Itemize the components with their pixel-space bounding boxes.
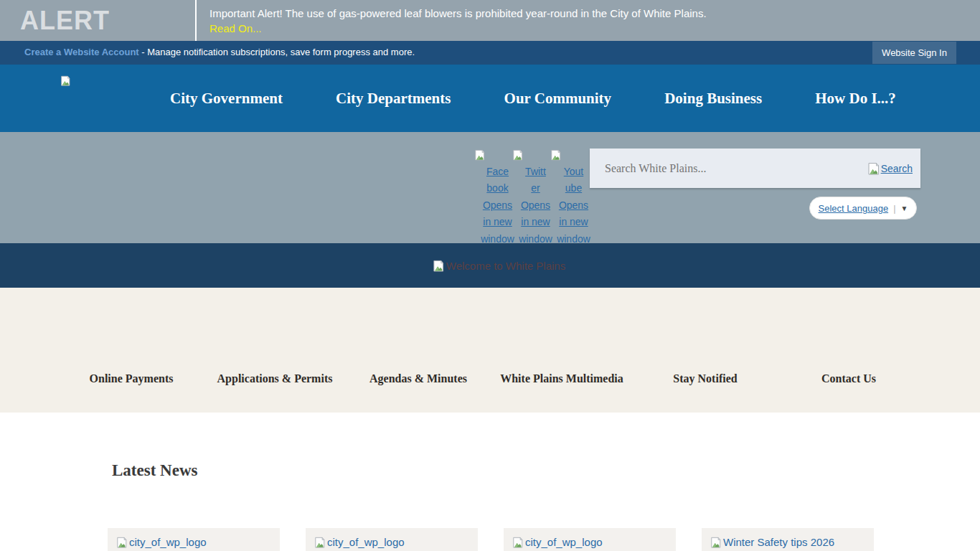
nav-item-our-community[interactable]: Our Community <box>504 90 612 108</box>
main-nav-bar: City Government City Departments Our Com… <box>0 65 980 132</box>
welcome-alt-text: Welcome to White Plains <box>446 260 565 272</box>
latest-news-section: Latest News city_of_wp_logo <box>0 413 980 551</box>
nav-item-doing-business[interactable]: Doing Business <box>664 90 762 108</box>
news-card-alt-text: city_of_wp_logo <box>525 536 603 548</box>
quicklink-agendas-minutes[interactable]: Agendas & Minutes <box>347 372 490 385</box>
news-card-alt-text: city_of_wp_logo <box>129 536 207 548</box>
quicklink-stay-notified[interactable]: Stay Notified <box>633 372 777 385</box>
quicklink-contact-us[interactable]: Contact Us <box>777 372 920 385</box>
welcome-banner-image[interactable]: Welcome to White Plains <box>433 260 565 272</box>
news-card[interactable]: city_of_wp_logo <box>306 528 478 551</box>
broken-image-icon <box>710 537 722 548</box>
nav-item-city-government[interactable]: City Government <box>170 90 283 108</box>
search-alt-text: Search <box>881 163 913 174</box>
quick-links-row: Online Payments Applications & Permits A… <box>60 372 920 385</box>
quicklink-multimedia[interactable]: White Plains Multimedia <box>490 372 633 385</box>
youtube-alt-text: Yout ube Opens in new window <box>557 166 590 245</box>
news-card[interactable]: Winter Safety tips 2026 <box>702 528 874 551</box>
facebook-alt-text: Face book Opens in new window <box>481 166 514 245</box>
quicklink-online-payments[interactable]: Online Payments <box>60 372 203 385</box>
broken-image-icon <box>550 149 562 161</box>
site-logo-broken-image-icon <box>60 74 71 87</box>
broken-image-icon <box>512 149 524 161</box>
twitter-link[interactable]: Twitt er Opens in new window <box>517 146 554 248</box>
broken-image-icon <box>314 537 326 548</box>
news-card-image-link[interactable]: city_of_wp_logo <box>512 536 667 548</box>
language-selector-label: Select Language <box>819 203 889 214</box>
news-card-alt-text: Winter Safety tips 2026 <box>723 536 834 548</box>
social-links: Face book Opens in new window Twitt er O… <box>479 146 592 248</box>
twitter-alt-text: Twitt er Opens in new window <box>519 166 552 245</box>
alert-body: Important Alert! The use of gas-powered … <box>197 4 707 37</box>
latest-news-heading: Latest News <box>112 461 197 480</box>
broken-image-icon <box>433 260 445 272</box>
news-card-image-link[interactable]: city_of_wp_logo <box>314 536 469 548</box>
account-text: Create a Website Account - Manage notifi… <box>24 47 415 57</box>
read-on-link[interactable]: Read On... <box>209 21 262 37</box>
news-card-image-link[interactable]: Winter Safety tips 2026 <box>710 536 865 548</box>
welcome-banner: Welcome to White Plains <box>0 243 980 288</box>
youtube-link[interactable]: Yout ube Opens in new window <box>555 146 592 248</box>
social-search-section: Face book Opens in new window Twitt er O… <box>0 132 980 243</box>
search-input[interactable] <box>590 149 867 188</box>
page: ALERT Important Alert! The use of gas-po… <box>0 0 980 551</box>
nav-item-how-do-i[interactable]: How Do I...? <box>815 90 896 108</box>
news-card[interactable]: city_of_wp_logo <box>108 528 280 551</box>
broken-image-icon <box>867 162 880 175</box>
search-button[interactable]: Search <box>867 162 920 175</box>
broken-image-icon <box>512 537 524 548</box>
main-menu: City Government City Departments Our Com… <box>143 65 923 132</box>
language-selector[interactable]: Select Language | ▼ <box>809 197 917 220</box>
alert-label: ALERT <box>0 0 195 41</box>
alert-message: Important Alert! The use of gas-powered … <box>209 6 707 21</box>
search-box: Search <box>590 149 920 188</box>
alert-bar: ALERT Important Alert! The use of gas-po… <box>0 0 980 41</box>
quicklink-applications-permits[interactable]: Applications & Permits <box>203 372 347 385</box>
account-bar: Create a Website Account - Manage notifi… <box>0 41 980 65</box>
quick-links-section: Online Payments Applications & Permits A… <box>0 288 980 413</box>
facebook-link[interactable]: Face book Opens in new window <box>479 146 516 248</box>
broken-image-icon <box>116 537 128 548</box>
news-cards: city_of_wp_logo city_of_wp_logo <box>108 528 874 551</box>
broken-image-icon <box>474 149 486 161</box>
news-card-image-link[interactable]: city_of_wp_logo <box>116 536 271 548</box>
chevron-down-icon: ▼ <box>901 204 908 212</box>
create-account-link[interactable]: Create a Website Account <box>24 47 139 57</box>
news-card[interactable]: city_of_wp_logo <box>504 528 676 551</box>
nav-item-city-departments[interactable]: City Departments <box>336 90 451 108</box>
account-description: - Manage notification subscriptions, sav… <box>139 47 415 57</box>
website-sign-in-button[interactable]: Website Sign In <box>872 42 956 64</box>
language-separator: | <box>893 203 895 214</box>
news-card-alt-text: city_of_wp_logo <box>327 536 405 548</box>
